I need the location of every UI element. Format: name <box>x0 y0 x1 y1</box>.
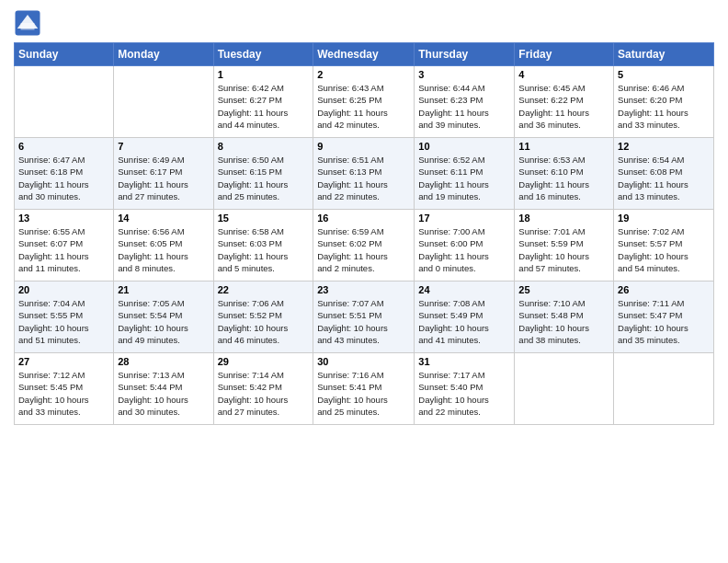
calendar-cell <box>515 353 614 425</box>
day-number: 14 <box>118 213 209 224</box>
day-detail: Sunrise: 6:47 AM Sunset: 6:18 PM Dayligh… <box>18 154 109 202</box>
calendar-week-row: 1Sunrise: 6:42 AM Sunset: 6:27 PM Daylig… <box>15 66 714 138</box>
calendar-cell: 19Sunrise: 7:02 AM Sunset: 5:57 PM Dayli… <box>614 210 714 282</box>
day-number: 31 <box>418 356 510 367</box>
day-detail: Sunrise: 7:02 AM Sunset: 5:57 PM Dayligh… <box>618 225 710 274</box>
day-number: 22 <box>218 284 310 295</box>
day-detail: Sunrise: 7:07 AM Sunset: 5:51 PM Dayligh… <box>317 297 410 346</box>
calendar-cell <box>15 66 114 138</box>
day-detail: Sunrise: 6:55 AM Sunset: 6:07 PM Dayligh… <box>18 225 109 274</box>
day-detail: Sunrise: 7:16 AM Sunset: 5:41 PM Dayligh… <box>317 369 410 418</box>
day-of-week-header: Saturday <box>614 43 714 66</box>
logo-icon <box>14 9 41 37</box>
day-detail: Sunrise: 7:01 AM Sunset: 5:59 PM Dayligh… <box>518 225 609 274</box>
calendar-cell: 2Sunrise: 6:43 AM Sunset: 6:25 PM Daylig… <box>313 66 415 138</box>
calendar-cell: 29Sunrise: 7:14 AM Sunset: 5:42 PM Dayli… <box>213 353 313 425</box>
day-number: 27 <box>18 356 109 367</box>
day-detail: Sunrise: 7:04 AM Sunset: 5:55 PM Dayligh… <box>18 297 109 346</box>
day-of-week-header: Thursday <box>415 43 515 66</box>
calendar-week-row: 27Sunrise: 7:12 AM Sunset: 5:45 PM Dayli… <box>15 353 714 425</box>
day-number: 1 <box>218 69 310 80</box>
calendar-cell: 4Sunrise: 6:45 AM Sunset: 6:22 PM Daylig… <box>515 66 614 138</box>
day-detail: Sunrise: 7:08 AM Sunset: 5:49 PM Dayligh… <box>418 297 510 346</box>
calendar-cell: 18Sunrise: 7:01 AM Sunset: 5:59 PM Dayli… <box>515 210 614 282</box>
day-of-week-header: Sunday <box>15 43 114 66</box>
calendar-cell: 1Sunrise: 6:42 AM Sunset: 6:27 PM Daylig… <box>213 66 313 138</box>
day-number: 28 <box>118 356 209 367</box>
calendar-cell: 12Sunrise: 6:54 AM Sunset: 6:08 PM Dayli… <box>614 138 714 210</box>
calendar-cell: 26Sunrise: 7:11 AM Sunset: 5:47 PM Dayli… <box>614 282 714 353</box>
day-number: 4 <box>518 69 609 80</box>
day-detail: Sunrise: 7:00 AM Sunset: 6:00 PM Dayligh… <box>418 225 510 274</box>
day-detail: Sunrise: 6:52 AM Sunset: 6:11 PM Dayligh… <box>418 154 510 202</box>
calendar-cell: 15Sunrise: 6:58 AM Sunset: 6:03 PM Dayli… <box>213 210 313 282</box>
svg-rect-2 <box>21 23 35 30</box>
day-detail: Sunrise: 6:56 AM Sunset: 6:05 PM Dayligh… <box>118 225 209 274</box>
day-number: 8 <box>218 141 310 152</box>
day-number: 3 <box>418 69 510 80</box>
calendar-cell: 25Sunrise: 7:10 AM Sunset: 5:48 PM Dayli… <box>515 282 614 353</box>
day-number: 17 <box>418 213 510 224</box>
calendar-cell: 8Sunrise: 6:50 AM Sunset: 6:15 PM Daylig… <box>213 138 313 210</box>
day-detail: Sunrise: 7:13 AM Sunset: 5:44 PM Dayligh… <box>118 369 209 418</box>
day-number: 10 <box>418 141 510 152</box>
calendar-cell: 17Sunrise: 7:00 AM Sunset: 6:00 PM Dayli… <box>415 210 515 282</box>
calendar-cell: 21Sunrise: 7:05 AM Sunset: 5:54 PM Dayli… <box>114 282 213 353</box>
day-detail: Sunrise: 6:59 AM Sunset: 6:02 PM Dayligh… <box>317 225 410 274</box>
calendar-cell: 5Sunrise: 6:46 AM Sunset: 6:20 PM Daylig… <box>614 66 714 138</box>
calendar-cell: 13Sunrise: 6:55 AM Sunset: 6:07 PM Dayli… <box>15 210 114 282</box>
calendar-cell: 24Sunrise: 7:08 AM Sunset: 5:49 PM Dayli… <box>415 282 515 353</box>
calendar-cell: 14Sunrise: 6:56 AM Sunset: 6:05 PM Dayli… <box>114 210 213 282</box>
day-number: 24 <box>418 284 510 295</box>
day-number: 25 <box>518 284 609 295</box>
calendar-cell: 10Sunrise: 6:52 AM Sunset: 6:11 PM Dayli… <box>415 138 515 210</box>
days-of-week-row: SundayMondayTuesdayWednesdayThursdayFrid… <box>15 43 714 66</box>
day-detail: Sunrise: 6:53 AM Sunset: 6:10 PM Dayligh… <box>518 154 609 202</box>
day-number: 13 <box>18 213 109 224</box>
calendar-body: 1Sunrise: 6:42 AM Sunset: 6:27 PM Daylig… <box>15 66 714 425</box>
day-detail: Sunrise: 7:14 AM Sunset: 5:42 PM Dayligh… <box>218 369 310 418</box>
day-number: 30 <box>317 356 410 367</box>
day-number: 12 <box>618 141 710 152</box>
day-of-week-header: Friday <box>515 43 614 66</box>
calendar-cell: 6Sunrise: 6:47 AM Sunset: 6:18 PM Daylig… <box>15 138 114 210</box>
day-number: 19 <box>618 213 710 224</box>
calendar-cell: 9Sunrise: 6:51 AM Sunset: 6:13 PM Daylig… <box>313 138 415 210</box>
calendar-cell: 28Sunrise: 7:13 AM Sunset: 5:44 PM Dayli… <box>114 353 213 425</box>
day-detail: Sunrise: 7:12 AM Sunset: 5:45 PM Dayligh… <box>18 369 109 418</box>
day-number: 5 <box>618 69 710 80</box>
day-number: 18 <box>518 213 609 224</box>
calendar-cell: 20Sunrise: 7:04 AM Sunset: 5:55 PM Dayli… <box>15 282 114 353</box>
day-detail: Sunrise: 6:46 AM Sunset: 6:20 PM Dayligh… <box>618 82 710 131</box>
day-detail: Sunrise: 7:11 AM Sunset: 5:47 PM Dayligh… <box>618 297 710 346</box>
day-of-week-header: Monday <box>114 43 213 66</box>
calendar-table: SundayMondayTuesdayWednesdayThursdayFrid… <box>14 42 714 425</box>
day-number: 16 <box>317 213 410 224</box>
day-detail: Sunrise: 7:06 AM Sunset: 5:52 PM Dayligh… <box>218 297 310 346</box>
calendar-cell <box>614 353 714 425</box>
calendar-cell: 23Sunrise: 7:07 AM Sunset: 5:51 PM Dayli… <box>313 282 415 353</box>
calendar-cell: 16Sunrise: 6:59 AM Sunset: 6:02 PM Dayli… <box>313 210 415 282</box>
calendar-cell: 31Sunrise: 7:17 AM Sunset: 5:40 PM Dayli… <box>415 353 515 425</box>
calendar-cell: 22Sunrise: 7:06 AM Sunset: 5:52 PM Dayli… <box>213 282 313 353</box>
day-of-week-header: Wednesday <box>313 43 415 66</box>
calendar-week-row: 6Sunrise: 6:47 AM Sunset: 6:18 PM Daylig… <box>15 138 714 210</box>
day-number: 2 <box>317 69 410 80</box>
day-number: 29 <box>218 356 310 367</box>
day-detail: Sunrise: 6:54 AM Sunset: 6:08 PM Dayligh… <box>618 154 710 202</box>
calendar-week-row: 20Sunrise: 7:04 AM Sunset: 5:55 PM Dayli… <box>15 282 714 353</box>
logo <box>14 9 43 37</box>
day-number: 20 <box>18 284 109 295</box>
header <box>14 9 714 37</box>
day-detail: Sunrise: 6:45 AM Sunset: 6:22 PM Dayligh… <box>518 82 609 131</box>
day-number: 15 <box>218 213 310 224</box>
day-number: 9 <box>317 141 410 152</box>
day-detail: Sunrise: 6:50 AM Sunset: 6:15 PM Dayligh… <box>218 154 310 202</box>
calendar-cell: 7Sunrise: 6:49 AM Sunset: 6:17 PM Daylig… <box>114 138 213 210</box>
day-number: 23 <box>317 284 410 295</box>
calendar-cell: 27Sunrise: 7:12 AM Sunset: 5:45 PM Dayli… <box>15 353 114 425</box>
day-detail: Sunrise: 7:17 AM Sunset: 5:40 PM Dayligh… <box>418 369 510 418</box>
day-detail: Sunrise: 6:42 AM Sunset: 6:27 PM Dayligh… <box>218 82 310 131</box>
day-detail: Sunrise: 6:58 AM Sunset: 6:03 PM Dayligh… <box>218 225 310 274</box>
day-detail: Sunrise: 6:49 AM Sunset: 6:17 PM Dayligh… <box>118 154 209 202</box>
